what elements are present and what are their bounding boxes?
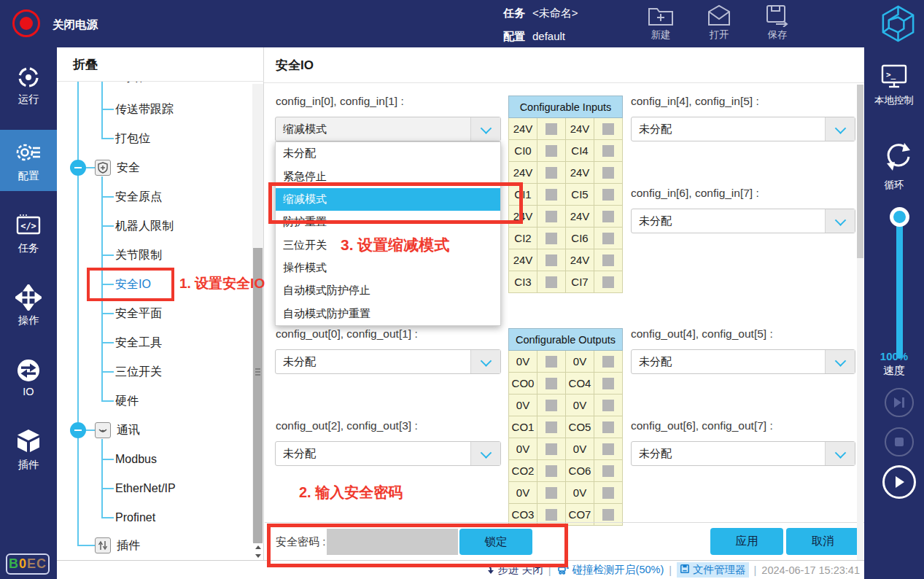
tree-connector-line <box>102 313 114 314</box>
tree-scroll-up-button[interactable] <box>252 543 263 551</box>
collision-detection-status[interactable]: 碰撞检测开启(50%) <box>556 563 664 577</box>
tree-item-three-pos-switch[interactable]: 三位开关 <box>115 363 162 381</box>
open-button[interactable]: 打开 <box>700 4 738 42</box>
select-out45[interactable]: 未分配 <box>631 349 855 374</box>
dropdown-option[interactable]: 防护重置 <box>276 211 500 233</box>
dropdown-option[interactable]: 紧急停止 <box>276 165 500 187</box>
stop-button[interactable] <box>885 427 914 456</box>
task-label: 任务 <box>503 7 525 20</box>
save-label: 保存 <box>768 29 788 40</box>
tree-collapse-toggle-safety[interactable] <box>70 160 86 176</box>
dropdown-option[interactable]: 未分配 <box>276 142 500 165</box>
io-cell: CO2 <box>509 460 537 482</box>
dropdown-option[interactable]: 操作模式 <box>276 257 500 279</box>
chevron-down-icon <box>470 117 500 141</box>
dropdown-option[interactable]: 自动模式防护停止 <box>276 279 500 302</box>
dropdown-option-selected[interactable]: 缩减模式 <box>276 188 500 211</box>
sidebar-item-task[interactable]: 任务 <box>0 241 57 255</box>
save-floppy-icon <box>758 4 796 27</box>
select-out01[interactable]: 未分配 <box>275 349 501 374</box>
loop-label: 循环 <box>864 179 924 192</box>
outputs-table-header: Configurable Outputs <box>509 329 623 351</box>
step-forward-button[interactable] <box>885 388 914 417</box>
new-button[interactable]: 新建 <box>642 4 680 42</box>
select-out23[interactable]: 未分配 <box>275 441 501 466</box>
main-scrollbar-thumb[interactable] <box>857 85 863 258</box>
tree-item-modbus[interactable]: Modbus <box>115 451 157 468</box>
settings-gear-icon[interactable] <box>14 139 43 169</box>
lock-button[interactable]: 锁定 <box>459 529 532 555</box>
local-control-label: 本地控制 <box>864 94 924 107</box>
sidebar-item-config[interactable]: 配置 <box>0 169 57 183</box>
tree-item-ethernet-ip[interactable]: EtherNet/IP <box>115 480 176 497</box>
select-in45[interactable]: 未分配 <box>631 117 855 141</box>
plugin-cube-icon[interactable] <box>15 429 42 456</box>
sidebar-item-plugin[interactable]: 插件 <box>0 458 57 472</box>
loop-icon[interactable] <box>882 140 915 176</box>
dropdown-option[interactable]: 自动模式防护重置 <box>276 303 500 325</box>
tree-collapse-header[interactable]: 折叠 <box>73 56 98 73</box>
io-cell: CI3 <box>509 271 537 293</box>
tree-item-safety[interactable]: 安全 <box>117 159 140 176</box>
select-in01[interactable]: 缩减模式 <box>275 117 501 141</box>
io-terminal <box>537 206 566 228</box>
io-cell: 0V <box>509 395 537 416</box>
tree-item-safety-io[interactable]: 安全IO <box>115 276 151 293</box>
io-cell: 24V <box>566 206 594 228</box>
tree-connector-line <box>102 342 114 343</box>
cancel-button[interactable]: 取消 <box>786 528 859 555</box>
tree-connector-line <box>101 176 103 402</box>
speed-slider-handle[interactable] <box>890 207 909 227</box>
io-cell: 24V <box>509 162 537 184</box>
tree-collapse-toggle-comm[interactable] <box>70 422 86 438</box>
move-arrows-icon[interactable] <box>15 284 42 314</box>
io-cell: 24V <box>566 249 594 271</box>
sidebar-item-run[interactable]: 运行 <box>0 93 57 106</box>
select-in67[interactable]: 未分配 <box>631 209 855 233</box>
tree-item-conveyor-tracking[interactable]: 传送带跟踪 <box>115 101 174 118</box>
sidebar-item-operate[interactable]: 操作 <box>0 314 57 327</box>
tree-item-robot-limits[interactable]: 机器人限制 <box>115 217 174 235</box>
io-arrows-icon[interactable] <box>14 359 43 386</box>
run-icon[interactable] <box>15 64 42 93</box>
tree-scroll-down-button[interactable] <box>252 551 263 560</box>
tree-item-profinet[interactable]: Profinet <box>115 509 155 526</box>
boec-letter: B <box>9 556 19 572</box>
field-label-out45: config_out[4], config_out[5] : <box>631 327 773 341</box>
select-in45-value: 未分配 <box>632 123 825 136</box>
tree-connector-line <box>102 225 114 227</box>
password-input[interactable] <box>327 529 458 555</box>
step-mode-status[interactable]: 步进 关闭 <box>484 563 543 577</box>
new-folder-icon <box>642 4 680 27</box>
tree-item-communication[interactable]: 通讯 <box>117 421 140 439</box>
io-terminal <box>537 140 566 162</box>
save-button[interactable]: 保存 <box>758 4 796 42</box>
annotation-step2: 2. 输入安全密码 <box>299 483 403 502</box>
io-cell: CO0 <box>509 373 537 395</box>
tree-item-safety-tool[interactable]: 安全工具 <box>115 334 162 351</box>
tree-item-packing-pos[interactable]: 打包位 <box>115 130 150 147</box>
play-button[interactable] <box>882 465 916 499</box>
antenna-icon <box>95 422 111 438</box>
status-separator: | <box>548 564 551 576</box>
file-manager-button[interactable]: 文件管理器 <box>677 562 749 578</box>
task-code-icon[interactable]: </> <box>15 213 42 241</box>
tree-item-hardware[interactable]: 硬件 <box>115 392 139 410</box>
tree-view: 工具位 传送带跟踪 打包位 安全 安全原点 机器人限制 关节限制 安全IO 安全… <box>57 82 251 560</box>
io-terminal <box>594 228 623 249</box>
sidebar-item-io[interactable]: IO <box>0 386 57 397</box>
select-out67[interactable]: 未分配 <box>631 441 855 466</box>
plugin-node-icon <box>95 537 111 553</box>
select-out23-value: 未分配 <box>276 447 470 461</box>
apply-button[interactable]: 应用 <box>710 528 783 555</box>
tree-item-tool-pos[interactable]: 工具位 <box>115 82 150 86</box>
tree-item-safety-origin[interactable]: 安全原点 <box>115 188 162 206</box>
status-bar: 步进 关闭 | 碰撞检测开启(50%) | 文件管理器 | 2024-06-17… <box>57 560 864 579</box>
speed-slider-track[interactable] <box>896 216 903 359</box>
io-cell: CI1 <box>509 184 537 206</box>
tree-item-plugin[interactable]: 插件 <box>117 537 140 554</box>
tree-item-safety-plane[interactable]: 安全平面 <box>115 305 162 322</box>
local-control-icon[interactable]: >_ <box>880 63 909 93</box>
io-cell: 0V <box>566 395 594 416</box>
tree-item-joint-limits[interactable]: 关节限制 <box>115 246 162 264</box>
